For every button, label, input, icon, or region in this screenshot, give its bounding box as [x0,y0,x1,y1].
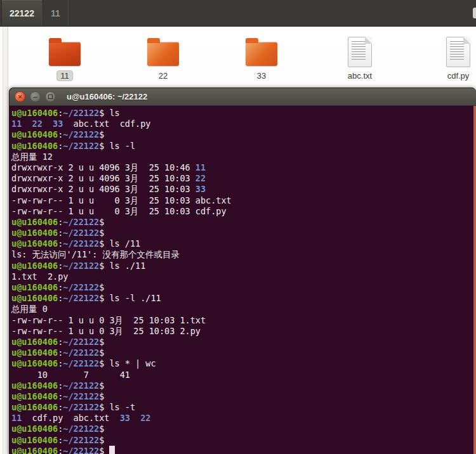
file-icon-text-lines [352,41,366,60]
file-item-label: 33 [253,70,270,81]
file-item-label: abc.txt [344,70,376,81]
terminal-line: u@u160406:~/22122$ [11,391,473,402]
file-item-label: 22 [155,70,171,81]
terminal-line: u@u160406:~/22122$ [11,424,473,434]
file-icon [348,37,372,67]
folder-icon [147,42,179,66]
terminal-line: 10 7 41 [11,370,473,380]
terminal-line: u@u160406:~/22122$ [11,217,473,228]
terminal-line: u@u160406:~/22122$ ls [11,108,473,119]
terminal-line: -rw-rw-r-- 1 u u 0 3月 25 10:03 1.txt [11,315,473,326]
desktop: 2212211 112233abc.txtcdf.py ✕ − u@u16040… [0,0,476,454]
terminal-line: drwxrwxr-x 2 u u 4096 3月 25 10:46 11 [11,162,473,173]
terminal-line: u@u160406:~/22122$ ls * | wc [11,358,473,369]
terminal-line: 11 22 33 abc.txt cdf.py [11,119,473,129]
terminal-line: drwxrwxr-x 2 u u 4096 3月 25 10:03 33 [11,184,473,195]
terminal-cursor [109,446,115,454]
minimize-icon[interactable]: − [30,91,41,102]
file-item-33[interactable]: 33 [223,34,300,81]
terminal-window: ✕ − u@u160406: ~/22122 u@u160406:~/22122… [9,88,476,454]
terminal-output[interactable]: u@u160406:~/22122$ ls11 22 33 abc.txt cd… [10,106,473,454]
file-item-11[interactable]: 11 [27,34,103,81]
terminal-line: 总用量 12 [11,152,473,162]
folder-icon [49,42,81,66]
terminal-line: -rw-rw-r-- 1 u u 0 3月 25 10:03 2.py [11,326,473,337]
terminal-line: u@u160406:~/22122$ [11,446,473,454]
file-icon-text-lines [450,41,464,60]
terminal-line: u@u160406:~/22122$ ls -l ./11 [11,293,473,304]
terminal-line: u@u160406:~/22122$ [11,337,473,347]
terminal-line: u@u160406:~/22122$ ls /11 [11,238,473,249]
terminal-line: u@u160406:~/22122$ [11,282,473,293]
terminal-line: 1.txt 2.py [11,271,473,282]
terminal-line: u@u160406:~/22122$ [11,347,473,358]
terminal-line: drwxrwxr-x 2 u u 4096 3月 25 10:03 22 [11,173,473,184]
terminal-line: ls: 无法访问'/11': 没有那个文件或目录 [11,249,473,260]
terminal-line: u@u160406:~/22122$ [11,228,473,238]
terminal-line: u@u160406:~/22122$ ls ./11 [11,261,473,271]
maximize-square-glyph [48,94,53,99]
terminal-line: u@u160406:~/22122$ ls -t [11,402,473,413]
tab-11[interactable]: 11 [43,0,69,26]
terminal-line: -rw-rw-r-- 1 u u 0 3月 25 10:03 cdf.py [11,206,473,217]
file-item-label: cdf.py [444,70,473,81]
folder-icon [246,42,277,66]
terminal-titlebar[interactable]: ✕ − u@u160406: ~/22122 [10,88,476,106]
terminal-line: -rw-rw-r-- 1 u u 0 3月 25 10:03 abc.txt [11,195,473,206]
window-title: u@u160406: ~/22122 [67,92,147,101]
terminal-line: 总用量 0 [11,304,473,315]
tab-22122[interactable]: 22122 [1,0,43,26]
terminal-line: u@u160406:~/22122$ [11,129,473,140]
file-item-22[interactable]: 22 [125,34,201,81]
terminal-scrollbar[interactable] [473,106,476,454]
scrollbar-notch [473,8,476,18]
tab-bar: 2212211 [0,0,476,27]
file-item-label: 11 [56,70,73,81]
terminal-line: u@u160406:~/22122$ [11,380,473,391]
terminal-line: 11 cdf.py abc.txt 33 22 [11,413,473,424]
maximize-icon[interactable] [45,91,56,102]
file-icon [446,37,470,67]
left-gutter [0,27,8,454]
file-item-cdf.py[interactable]: cdf.py [420,34,476,81]
file-item-abc.txt[interactable]: abc.txt [322,34,398,81]
close-icon[interactable]: ✕ [15,91,25,102]
terminal-line: u@u160406:~/22122$ [11,435,473,446]
terminal-line: u@u160406:~/22122$ ls -l [11,141,473,152]
